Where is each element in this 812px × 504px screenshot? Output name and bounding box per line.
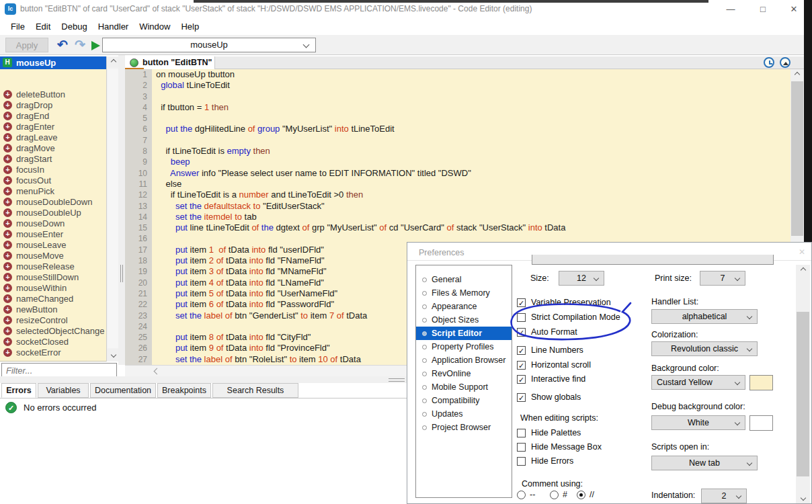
prefs-nav-files-memory[interactable]: Files & Memory (416, 286, 512, 300)
collapse-panel-icon[interactable] (780, 57, 790, 68)
checked-checkbox-icon[interactable]: ✓ (517, 298, 526, 307)
prefs-nav-updates[interactable]: Updates (416, 407, 512, 421)
maximize-button[interactable]: □ (753, 3, 773, 15)
debug-bg-dropdown[interactable]: White (651, 415, 745, 430)
scroll-thumb[interactable] (797, 312, 809, 476)
scroll-left-icon[interactable] (154, 368, 161, 375)
history-clock-icon[interactable] (764, 57, 774, 68)
handler-item-dragDrop[interactable]: +dragDrop (0, 99, 106, 110)
handler-item-mouseMove[interactable]: +mouseMove (0, 250, 106, 261)
handler-item-mouseLeave[interactable]: +mouseLeave (0, 239, 106, 250)
undo-icon[interactable]: ↶ (55, 36, 70, 54)
handler-item-selectedObjectChange[interactable]: +selectedObjectChange (0, 325, 106, 336)
sidebar-scrollbar[interactable] (106, 56, 118, 362)
font-dropdown-partial[interactable] (532, 255, 774, 265)
sidebar-selected-handler[interactable]: H mouseUp (0, 56, 106, 69)
handler-item-dragEnter[interactable]: +dragEnter (0, 121, 106, 132)
handler-item-dragMove[interactable]: +dragMove (0, 142, 106, 153)
background-color-dropdown[interactable]: Custard Yellow (651, 375, 745, 390)
indentation-dropdown[interactable]: 2 (701, 489, 747, 503)
checkbox-hide-palettes[interactable]: Hide Palettes (517, 428, 581, 437)
checkbox-hide-errors[interactable]: Hide Errors (517, 456, 573, 466)
scroll-track[interactable] (108, 69, 118, 348)
apply-button[interactable]: Apply (5, 38, 48, 52)
handler-item-mouseRelease[interactable]: +mouseRelease (0, 261, 106, 271)
scroll-up-icon[interactable] (790, 69, 804, 80)
handler-item-nameChanged[interactable]: +nameChanged (0, 293, 106, 304)
checked-checkbox-icon[interactable]: ✓ (517, 375, 526, 384)
checkbox-strict-compilation-mode[interactable]: Strict Compilation Mode (517, 312, 620, 322)
checkbox-auto-format[interactable]: ✓Auto Format (517, 327, 577, 337)
handler-item-mouseStillDown[interactable]: +mouseStillDown (0, 271, 106, 282)
handler-item-resizeControl[interactable]: +resizeControl (0, 314, 106, 325)
menu-edit[interactable]: Edit (30, 19, 56, 34)
handler-item-newButton[interactable]: +newButton (0, 304, 106, 314)
checkbox-horizontal-scroll[interactable]: ✓Horizontal scroll (517, 360, 591, 370)
checkbox-line-numbers[interactable]: ✓Line Numbers (517, 345, 583, 355)
handler-dropdown[interactable]: mouseUp (102, 38, 316, 52)
run-icon[interactable] (91, 41, 100, 50)
checked-checkbox-icon[interactable]: ✓ (517, 393, 526, 402)
prefs-nav-application-browser[interactable]: Application Browser (416, 353, 512, 367)
prefs-nav-compatibility[interactable]: Compatibility (416, 394, 512, 407)
prefs-nav-revonline[interactable]: RevOnline (416, 367, 512, 380)
menu-window[interactable]: Window (134, 19, 175, 34)
checkbox-hide-message-box[interactable]: Hide Message Box (517, 442, 602, 452)
redo-icon[interactable]: ↷ (73, 36, 87, 54)
checkbox-variable-preservation[interactable]: ✓Variable Preservation (517, 298, 611, 307)
colorization-dropdown[interactable]: Revolution classic (651, 341, 758, 356)
scroll-down-icon[interactable] (796, 493, 810, 503)
radio-icon[interactable] (517, 491, 526, 499)
dialog-close-icon[interactable]: ✕ (796, 246, 808, 258)
menu-help[interactable]: Help (175, 19, 204, 34)
tab-variables[interactable]: Variables (38, 383, 89, 398)
unchecked-checkbox-icon[interactable] (517, 429, 526, 437)
scroll-thumb[interactable] (791, 81, 803, 236)
prefs-nav-mobile-support[interactable]: Mobile Support (416, 380, 512, 394)
minimize-button[interactable]: — (721, 3, 741, 15)
prefs-nav-project-browser[interactable]: Project Browser (416, 421, 512, 434)
handler-item-mouseDown[interactable]: +mouseDown (0, 218, 106, 228)
prefs-nav-general[interactable]: General (416, 273, 512, 286)
handler-item-focusIn[interactable]: +focusIn (0, 164, 106, 175)
tab-search-results[interactable]: Search Results (212, 383, 298, 398)
checked-checkbox-icon[interactable]: ✓ (517, 328, 526, 337)
handler-item-mouseWithin[interactable]: +mouseWithin (0, 282, 106, 293)
handler-item-socketClosed[interactable]: +socketClosed (0, 336, 106, 347)
handler-item-socketError[interactable]: +socketError (0, 347, 106, 358)
radio-selected-icon[interactable] (577, 491, 585, 499)
tab-button-editbtn[interactable]: button "EditBTN" (125, 56, 215, 69)
radio-comment-//[interactable]: // (577, 490, 594, 499)
vertical-splitter[interactable] (118, 55, 125, 365)
handler-item-mouseEnter[interactable]: +mouseEnter (0, 228, 106, 239)
handler-item-dragStart[interactable]: +dragStart (0, 153, 106, 164)
radio-icon[interactable] (550, 491, 559, 499)
prefs-nav-object-sizes[interactable]: Object Sizes (416, 313, 512, 327)
prefs-nav-property-profiles[interactable]: Property Profiles (416, 340, 512, 353)
menu-handler[interactable]: Handler (93, 19, 134, 34)
handler-item-dragLeave[interactable]: +dragLeave (0, 132, 106, 142)
tab-documentation[interactable]: Documentation (90, 383, 156, 398)
unchecked-checkbox-icon[interactable] (517, 313, 526, 322)
dialog-scrollbar[interactable] (796, 265, 810, 503)
print-size-dropdown[interactable]: 7 (700, 271, 745, 286)
checkbox-show-globals[interactable]: ✓Show globals (517, 392, 581, 402)
prefs-nav-appearance[interactable]: Appearance (416, 300, 512, 313)
checked-checkbox-icon[interactable]: ✓ (517, 361, 526, 370)
menu-debug[interactable]: Debug (56, 19, 92, 34)
handler-item-menuPick[interactable]: +menuPick (0, 185, 106, 196)
size-dropdown[interactable]: 12 (559, 271, 604, 286)
prefs-nav-script-editor[interactable]: Script Editor (416, 327, 512, 340)
scripts-open-dropdown[interactable]: New tab (651, 456, 758, 470)
handler-item-mouseDoubleDown[interactable]: +mouseDoubleDown (0, 196, 106, 207)
handler-list-dropdown[interactable]: alphabetical (651, 309, 758, 324)
handler-item-dragEnd[interactable]: +dragEnd (0, 110, 106, 121)
tab-errors[interactable]: Errors (1, 383, 36, 398)
checked-checkbox-icon[interactable]: ✓ (517, 346, 526, 355)
scroll-up-icon[interactable] (796, 265, 810, 276)
handler-item-deleteButton[interactable]: +deleteButton (0, 89, 106, 99)
tab-breakpoints[interactable]: Breakpoints (157, 383, 211, 398)
unchecked-checkbox-icon[interactable] (517, 443, 526, 452)
close-button[interactable]: ✕ (784, 3, 804, 15)
radio-comment-#[interactable]: # (550, 490, 567, 499)
